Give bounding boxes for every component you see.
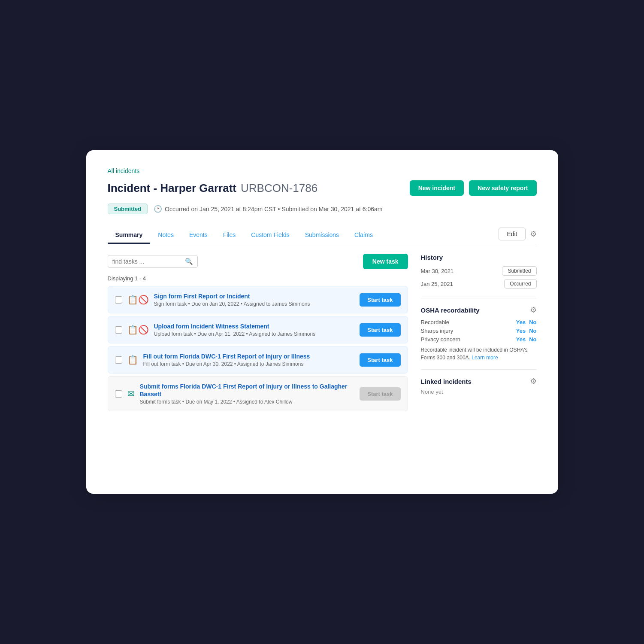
history-date-2: Jan 25, 2021 (421, 281, 453, 287)
linked-none: None yet (421, 389, 537, 395)
linked-settings-icon[interactable]: ⚙ (530, 377, 537, 386)
tab-files[interactable]: Files (215, 227, 244, 244)
task-info-4: Submit forms Florida DWC-1 First Report … (140, 383, 355, 405)
new-safety-report-button[interactable]: New safety report (469, 180, 536, 196)
tabs-bar: Summary Notes Events Files Custom Fields… (108, 227, 537, 244)
start-task-button-4[interactable]: Start task (360, 387, 400, 401)
history-badge-1: Submitted (502, 266, 536, 276)
task-title-1[interactable]: Sign form First Report or Incident (154, 293, 250, 300)
left-panel: 🔍 New task Displaying 1 - 4 📋🚫 Sign form… (108, 254, 408, 411)
task-meta-4: Submit forms task • Due on May 1, 2022 •… (140, 399, 355, 405)
osha-privacy-label: Privacy concern (421, 336, 460, 343)
right-panel: History Mar 30, 2021 Submitted Jan 25, 2… (421, 254, 537, 411)
table-row: 📋 Fill out form Florida DWC-1 First Repo… (108, 346, 408, 374)
osha-sharps-no[interactable]: No (529, 328, 536, 334)
table-row: ✉ Submit forms Florida DWC-1 First Repor… (108, 376, 408, 411)
task-meta-1: Sign form task • Due on Jan 20, 2022 • A… (154, 301, 355, 307)
osha-settings-icon[interactable]: ⚙ (530, 305, 537, 315)
history-row-1: Mar 30, 2021 Submitted (421, 266, 537, 276)
history-badge-2: Occurred (504, 279, 536, 289)
osha-privacy-yes[interactable]: Yes (516, 336, 526, 343)
tab-events[interactable]: Events (181, 227, 215, 244)
tab-notes[interactable]: Notes (150, 227, 181, 244)
title-area: Incident - Harper Garratt URBCON-1786 (108, 182, 318, 195)
page-title: Incident - Harper Garratt (108, 182, 237, 195)
osha-section: OSHA recordability ⚙ Recordable Yes No S… (421, 305, 537, 361)
displaying-count: Displaying 1 - 4 (108, 275, 408, 282)
search-box: 🔍 (108, 255, 198, 268)
osha-header: OSHA recordability ⚙ (421, 305, 537, 315)
osha-recordable-options: Yes No (516, 319, 537, 325)
osha-recordable-no[interactable]: No (529, 319, 536, 325)
status-meta: 🕑 Occurred on Jan 25, 2021 at 8:24pm CST… (154, 205, 382, 213)
history-row-2: Jan 25, 2021 Occurred (421, 279, 537, 289)
osha-sharps-yes[interactable]: Yes (516, 328, 526, 334)
task-checkbox-3[interactable] (115, 356, 122, 364)
clock-icon: 🕑 (154, 205, 162, 213)
tab-summary[interactable]: Summary (108, 227, 151, 244)
start-task-button-1[interactable]: Start task (360, 293, 400, 307)
osha-recordable-row: Recordable Yes No (421, 319, 537, 325)
osha-sharps-options: Yes No (516, 328, 537, 334)
submit-forms-icon: ✉ (127, 389, 135, 399)
task-title-2[interactable]: Upload form Incident Witness Statement (154, 323, 269, 330)
search-icon: 🔍 (185, 258, 193, 265)
tab-claims[interactable]: Claims (347, 227, 381, 244)
history-title: History (421, 254, 537, 261)
new-incident-button[interactable]: New incident (410, 180, 464, 196)
edit-button[interactable]: Edit (499, 228, 525, 240)
osha-privacy-options: Yes No (516, 336, 537, 343)
learn-more-link[interactable]: Learn more (472, 355, 498, 361)
main-card: All incidents Incident - Harper Garratt … (86, 150, 558, 494)
start-task-button-2[interactable]: Start task (360, 323, 400, 337)
task-info-3: Fill out form Florida DWC-1 First Report… (143, 352, 355, 367)
task-checkbox-2[interactable] (115, 326, 122, 334)
task-meta-3: Fill out form task • Due on Apr 30, 2022… (143, 361, 355, 367)
settings-icon[interactable]: ⚙ (530, 229, 537, 239)
upload-form-icon: 📋🚫 (127, 325, 149, 335)
osha-sharps-row: Sharps injury Yes No (421, 328, 537, 334)
divider-2 (421, 369, 537, 370)
task-list: 📋🚫 Sign form First Report or Incident Si… (108, 286, 408, 411)
table-row: 📋🚫 Sign form First Report or Incident Si… (108, 286, 408, 313)
osha-title: OSHA recordability (421, 307, 480, 314)
task-info-1: Sign form First Report or Incident Sign … (154, 292, 355, 307)
search-input[interactable] (112, 258, 182, 265)
new-task-button[interactable]: New task (363, 254, 408, 269)
search-row: 🔍 New task (108, 254, 408, 269)
header-buttons: New incident New safety report (410, 180, 537, 196)
fill-form-icon: 📋 (127, 355, 138, 365)
task-title-4[interactable]: Submit forms Florida DWC-1 First Report … (140, 383, 348, 398)
tab-submissions[interactable]: Submissions (297, 227, 347, 244)
task-checkbox-4[interactable] (115, 390, 122, 398)
task-checkbox-1[interactable] (115, 296, 122, 304)
status-meta-text: Occurred on Jan 25, 2021 at 8:24pm CST •… (165, 206, 382, 213)
breadcrumb[interactable]: All incidents (108, 167, 537, 174)
linked-header: Linked incidents ⚙ (421, 377, 537, 386)
osha-privacy-row: Privacy concern Yes No (421, 336, 537, 343)
osha-recordable-yes[interactable]: Yes (516, 319, 526, 325)
status-row: Submitted 🕑 Occurred on Jan 25, 2021 at … (108, 204, 537, 214)
incident-id: URBCON-1786 (241, 182, 317, 195)
task-meta-2: Upload form task • Due on Apr 11, 2022 •… (154, 331, 355, 337)
linked-section: Linked incidents ⚙ None yet (421, 377, 537, 395)
osha-sharps-label: Sharps injury (421, 328, 454, 334)
divider-1 (421, 298, 537, 298)
edit-row: Edit ⚙ (499, 228, 536, 244)
task-info-2: Upload form Incident Witness Statement U… (154, 322, 355, 337)
tabs: Summary Notes Events Files Custom Fields… (108, 227, 381, 244)
linked-title: Linked incidents (421, 378, 472, 385)
main-content: 🔍 New task Displaying 1 - 4 📋🚫 Sign form… (108, 254, 537, 411)
header-row: Incident - Harper Garratt URBCON-1786 Ne… (108, 180, 537, 196)
osha-note: Recordable incident will be included in … (421, 346, 537, 361)
status-badge: Submitted (108, 204, 148, 214)
sign-form-icon: 📋🚫 (127, 295, 149, 305)
history-date-1: Mar 30, 2021 (421, 268, 454, 274)
start-task-button-3[interactable]: Start task (360, 353, 400, 367)
history-section: History Mar 30, 2021 Submitted Jan 25, 2… (421, 254, 537, 289)
task-title-3[interactable]: Fill out form Florida DWC-1 First Report… (143, 353, 310, 360)
osha-recordable-label: Recordable (421, 319, 450, 325)
tab-custom-fields[interactable]: Custom Fields (243, 227, 297, 244)
table-row: 📋🚫 Upload form Incident Witness Statemen… (108, 316, 408, 343)
osha-privacy-no[interactable]: No (529, 336, 536, 343)
